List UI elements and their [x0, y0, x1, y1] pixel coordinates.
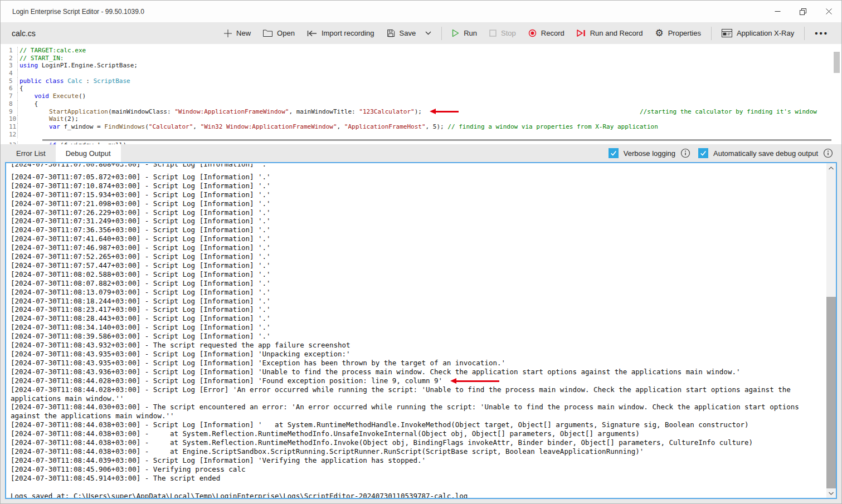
run-play-icon	[452, 29, 459, 37]
editor-horizontal-scrollbar[interactable]	[42, 139, 831, 141]
verbose-logging-checkbox[interactable]	[609, 148, 619, 158]
close-button[interactable]	[816, 1, 841, 22]
log-line: [2024-07-30T11:07:36.356+03:00] - Script…	[11, 226, 826, 234]
scroll-down-icon[interactable]	[826, 488, 836, 498]
code-line: 8 {	[1, 100, 841, 108]
folder-icon	[263, 30, 272, 37]
log-line: [2024-07-30T11:07:41.640+03:00] - Script…	[11, 234, 826, 243]
log-line: [2024-07-30T11:08:39.586+03:00] - Script…	[11, 332, 826, 341]
log-line: [2024-07-30T11:07:57.447+03:00] - Script…	[11, 261, 826, 270]
divider	[804, 27, 805, 40]
chevron-down-icon	[425, 31, 431, 35]
autosave-debug-label: Automatically save debug output	[713, 149, 818, 158]
line-number: 8	[1, 100, 17, 108]
log-line: [2024-07-30T11:07:05.872+03:00] - Script…	[11, 173, 826, 182]
titlebar: Login Enterprise Script Editor - 99.50.1…	[1, 1, 841, 22]
tab-error-list[interactable]: Error List	[6, 144, 56, 162]
file-name: calc.cs	[12, 29, 36, 38]
log-line: [2024-07-30T11:07:15.934+03:00] - Script…	[11, 190, 826, 199]
lower-pane-tabstrip: Error List Debug Output Verbose logging …	[1, 144, 841, 162]
log-vertical-scrollbar[interactable]	[826, 163, 836, 498]
log-line: [2024-07-30T11:08:28.443+03:00] - Script…	[11, 314, 826, 323]
log-line: [2024-07-30T11:08:18.244+03:00] - Script…	[11, 297, 826, 306]
ellipsis-icon: •••	[815, 28, 829, 38]
check-icon	[610, 149, 617, 157]
toolbar-actions: New Open Import recording Save Run Stop	[218, 25, 835, 41]
log-line: [2024-07-30T11:08:44.038+03:00] - Script…	[11, 420, 826, 429]
code-partial-line: 13 if (f_window != null)	[1, 141, 841, 144]
debug-options: Verbose logging Automatically save debug…	[609, 144, 841, 162]
xray-window-icon	[722, 29, 732, 37]
check-icon	[699, 149, 707, 157]
scroll-up-icon[interactable]	[826, 163, 836, 173]
log-line: [2024-07-30T11:08:45.914+03:00] - The sc…	[11, 474, 826, 483]
code-line: 9 StartApplication(mainWindowClass: "Win…	[1, 108, 841, 116]
restore-button[interactable]	[790, 1, 816, 22]
line-number: 11	[1, 123, 17, 131]
minimize-button[interactable]	[765, 1, 790, 22]
tab-debug-output[interactable]: Debug Output	[56, 144, 121, 162]
divider	[711, 27, 712, 40]
log-line: [2024-07-30T11:08:13.079+03:00] - Script…	[11, 288, 826, 297]
log-line: [2024-07-30T11:08:02.588+03:00] - Script…	[11, 270, 826, 279]
code-lines: 1// TARGET:calc.exe2// START_IN:3using L…	[1, 44, 841, 138]
line-number: 13	[1, 141, 17, 144]
code-line: 5public class Calc : ScriptBase	[1, 77, 841, 85]
autosave-debug-checkbox[interactable]	[698, 148, 708, 158]
line-number: 4	[1, 70, 17, 77]
log-line: [2024-07-30T11:08:44.030+03:00] - The sc…	[11, 403, 826, 420]
log-line: [2024-07-30T11:07:26.229+03:00] - Script…	[11, 208, 826, 217]
run-record-icon	[577, 29, 586, 37]
log-line: [2024-07-30T11:07:10.874+03:00] - Script…	[11, 182, 826, 190]
line-number: 7	[1, 92, 17, 100]
info-icon[interactable]	[823, 148, 833, 158]
code-line: 7 void Execute()	[1, 92, 841, 100]
more-button[interactable]: •••	[809, 25, 835, 41]
properties-button[interactable]: ⚙ Properties	[649, 26, 707, 41]
log-line: [2024-07-30T11:08:43.932+03:00] - The sc…	[11, 341, 826, 350]
window-controls	[765, 1, 841, 22]
info-icon[interactable]	[680, 148, 690, 158]
run-and-record-button[interactable]: Run and Record	[571, 26, 649, 41]
editor-scroll-thumb[interactable]	[834, 52, 840, 73]
record-circle-icon	[528, 29, 537, 37]
log-line: [2024-07-30T11:07:52.265+03:00] - Script…	[11, 252, 826, 261]
import-recording-button[interactable]: Import recording	[301, 26, 381, 41]
log-line: [2024-07-30T11:08:23.417+03:00] - Script…	[11, 305, 826, 314]
line-number: 9	[1, 108, 17, 116]
debug-output-panel[interactable]: [2024-07-30T11:07:00.868+03:00] - Script…	[5, 162, 837, 499]
log-line: [2024-07-30T11:07:46.987+03:00] - Script…	[11, 243, 826, 252]
import-arrow-icon	[307, 30, 317, 37]
code-line: 11 var f_window = FindWindows("Calculato…	[1, 123, 841, 131]
gear-icon: ⚙	[655, 29, 663, 37]
debug-log-text: [2024-07-30T11:07:00.868+03:00] - Script…	[6, 164, 826, 498]
code-line: 13 if (f_window != null)	[1, 141, 841, 144]
line-number: 5	[1, 77, 17, 85]
code-editor[interactable]: 1// TARGET:calc.exe2// START_IN:3using L…	[1, 44, 841, 144]
log-line: [2024-07-30T11:08:07.882+03:00] - Script…	[11, 279, 826, 288]
divider	[441, 27, 442, 40]
log-line: Logs saved at: C:\Users\super\AppData\Lo…	[11, 492, 826, 498]
log-line: [2024-07-30T11:08:44.039+03:00] - Script…	[11, 456, 826, 465]
code-line: 1// TARGET:calc.exe	[1, 47, 841, 55]
run-button[interactable]: Run	[446, 26, 483, 41]
stop-button[interactable]: Stop	[483, 26, 522, 41]
open-button[interactable]: Open	[257, 26, 301, 41]
line-number: 12	[1, 131, 17, 139]
restore-icon	[800, 8, 806, 15]
save-button[interactable]: Save	[381, 26, 422, 41]
annotation-arrow	[450, 378, 499, 384]
log-line: [2024-07-30T11:08:43.935+03:00] - Script…	[11, 359, 826, 368]
log-line: [2024-07-30T11:07:21.098+03:00] - Script…	[11, 199, 826, 208]
editor-vertical-scrollbar[interactable]	[834, 52, 840, 141]
save-dropdown-button[interactable]	[422, 28, 437, 38]
log-scroll-thumb[interactable]	[826, 297, 836, 488]
application-xray-button[interactable]: Application X-Ray	[716, 26, 800, 41]
log-line: [2024-07-30T11:08:34.140+03:00] - Script…	[11, 323, 826, 332]
new-button[interactable]: New	[218, 26, 257, 41]
line-number: 6	[1, 85, 17, 92]
annotation-arrow	[430, 109, 459, 115]
verbose-logging-label: Verbose logging	[624, 149, 675, 158]
log-line: [2024-07-30T11:08:43.936+03:00] - Script…	[11, 368, 826, 376]
record-button[interactable]: Record	[522, 26, 571, 41]
